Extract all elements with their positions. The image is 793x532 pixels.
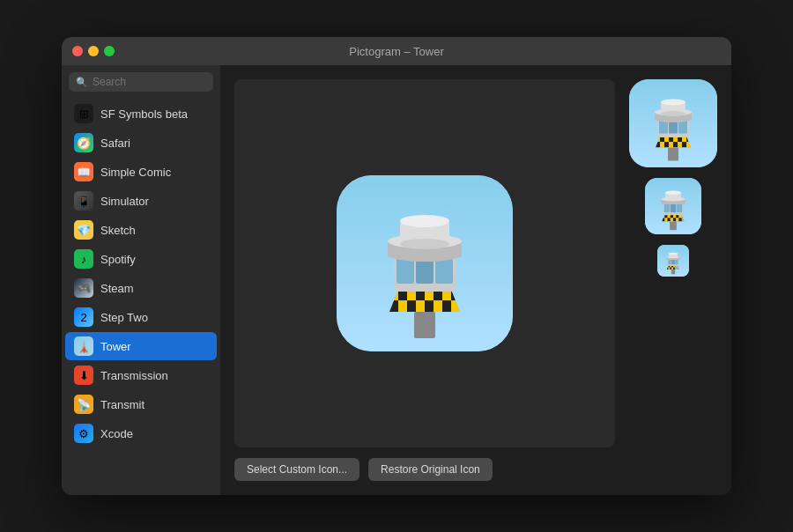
small-icon-preview <box>645 178 701 234</box>
svg-point-28 <box>400 215 449 227</box>
svg-rect-15 <box>416 300 425 312</box>
maximize-button[interactable] <box>104 46 115 56</box>
svg-rect-31 <box>668 148 678 161</box>
svg-rect-102 <box>671 260 675 264</box>
small-previews-column <box>629 79 717 447</box>
svg-rect-47 <box>678 142 682 148</box>
svg-rect-72 <box>664 218 667 221</box>
svg-point-58 <box>661 100 686 106</box>
svg-rect-80 <box>671 204 676 213</box>
select-custom-button[interactable]: Select Custom Icon... <box>234 458 359 481</box>
svg-rect-16 <box>425 300 434 312</box>
close-button[interactable] <box>72 46 83 56</box>
safari-icon: 🧭 <box>74 133 93 152</box>
tower-icon-small <box>645 178 701 234</box>
svg-rect-98 <box>671 268 673 270</box>
xcode-label: Xcode <box>100 427 133 440</box>
simple-comic-label: Simple Comic <box>100 166 171 179</box>
svg-rect-23 <box>435 257 453 284</box>
svg-rect-99 <box>673 268 675 270</box>
svg-rect-44 <box>664 142 669 148</box>
svg-rect-101 <box>668 260 671 264</box>
spotify-label: Spotify <box>100 253 136 266</box>
svg-rect-79 <box>664 204 670 213</box>
svg-rect-46 <box>673 142 678 148</box>
step-two-label: Step Two <box>100 311 148 324</box>
svg-rect-81 <box>677 204 682 213</box>
sidebar-item-spotify[interactable]: ♪Spotify <box>65 245 217 273</box>
title-bar: Pictogram – Tower <box>62 37 731 65</box>
svg-point-29 <box>400 239 449 249</box>
medium-icon-preview <box>629 79 717 167</box>
large-icon-preview <box>337 175 513 351</box>
tower-icon-medium <box>629 79 717 167</box>
svg-rect-77 <box>678 218 681 221</box>
window-title: Pictogram – Tower <box>349 45 443 58</box>
content-area: 🔍 ⊞SF Symbols beta🧭Safari📖Simple Comic📱S… <box>62 65 731 495</box>
svg-rect-103 <box>675 260 678 264</box>
simple-comic-icon: 📖 <box>74 162 93 181</box>
transmission-icon: ⬇ <box>74 366 93 385</box>
main-window: Pictogram – Tower 🔍 ⊞SF Symbols beta🧭Saf… <box>62 37 731 495</box>
sidebar-item-sketch[interactable]: 💎Sketch <box>65 216 217 244</box>
svg-rect-43 <box>660 142 664 148</box>
restore-original-button[interactable]: Restore Original Icon <box>368 458 493 481</box>
sketch-label: Sketch <box>100 224 136 237</box>
svg-rect-21 <box>396 257 414 284</box>
svg-rect-73 <box>668 218 671 221</box>
search-icon: 🔍 <box>76 77 88 88</box>
svg-rect-97 <box>670 268 671 270</box>
search-input[interactable] <box>93 76 206 88</box>
step-two-icon: 2 <box>74 307 93 327</box>
transmit-icon: 📡 <box>74 395 93 414</box>
traffic-lights <box>72 46 115 56</box>
svg-rect-76 <box>676 218 678 221</box>
sidebar-items-list: ⊞SF Symbols beta🧭Safari📖Simple Comic📱Sim… <box>62 99 220 448</box>
action-buttons-row: Select Custom Icon... Restore Original I… <box>234 458 717 481</box>
svg-rect-61 <box>670 222 677 231</box>
svg-rect-17 <box>434 300 442 312</box>
sf-symbols-icon: ⊞ <box>74 104 93 123</box>
svg-rect-74 <box>671 218 673 221</box>
minimize-button[interactable] <box>88 46 99 56</box>
tower-label: Tower <box>100 340 131 353</box>
sidebar-item-steam[interactable]: 🎮Steam <box>65 274 217 302</box>
sidebar-item-transmit[interactable]: 📡Transmit <box>65 390 217 418</box>
spotify-icon: ♪ <box>74 249 93 269</box>
tower-icon-large <box>337 175 513 351</box>
svg-rect-75 <box>673 218 676 221</box>
svg-rect-51 <box>659 121 668 134</box>
sidebar-item-simple-comic[interactable]: 📖Simple Comic <box>65 158 217 186</box>
steam-icon: 🎮 <box>74 278 93 298</box>
simulator-label: Simulator <box>100 195 149 208</box>
xcode-icon: ⚙ <box>74 424 93 443</box>
simulator-icon: 📱 <box>74 191 93 211</box>
transmit-label: Transmit <box>100 398 145 411</box>
sidebar-item-xcode[interactable]: ⚙Xcode <box>65 419 217 447</box>
sidebar-item-safari[interactable]: 🧭Safari <box>65 129 217 157</box>
sf-symbols-label: SF Symbols beta <box>100 107 188 121</box>
svg-rect-96 <box>669 268 671 270</box>
sidebar-item-tower[interactable]: 🗼Tower <box>65 332 217 360</box>
sidebar-item-step-two[interactable]: 2Step Two <box>65 303 217 331</box>
svg-rect-1 <box>414 312 435 338</box>
steam-label: Steam <box>100 282 134 295</box>
large-preview-container <box>234 79 615 447</box>
svg-point-107 <box>669 253 678 255</box>
transmission-label: Transmission <box>100 369 168 382</box>
tower-icon-tiny <box>657 245 689 277</box>
safari-label: Safari <box>100 137 130 150</box>
sidebar-item-sf-symbols[interactable]: ⊞SF Symbols beta <box>65 100 217 128</box>
svg-rect-87 <box>671 270 675 274</box>
sketch-icon: 💎 <box>74 220 93 240</box>
svg-point-59 <box>661 111 686 116</box>
tiny-icon-preview <box>657 245 689 277</box>
sidebar-item-simulator[interactable]: 📱Simulator <box>65 187 217 215</box>
svg-rect-18 <box>442 300 451 312</box>
search-bar[interactable]: 🔍 <box>69 72 213 92</box>
svg-rect-45 <box>669 142 673 148</box>
svg-rect-48 <box>682 142 686 148</box>
svg-rect-13 <box>398 300 407 312</box>
sidebar-item-transmission[interactable]: ⬇Transmission <box>65 361 217 389</box>
main-area: Select Custom Icon... Restore Original I… <box>220 65 731 495</box>
